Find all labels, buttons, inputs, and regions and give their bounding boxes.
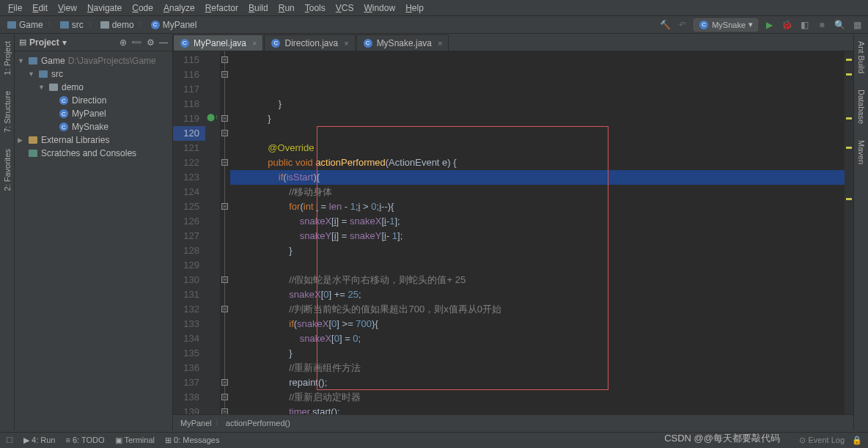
breadcrumb-footer[interactable]: MyPanel〉actionPerformed(): [173, 414, 853, 430]
menu-window[interactable]: Window: [358, 3, 400, 13]
menu-refactor[interactable]: Refactor: [200, 3, 243, 13]
tab-direction-java[interactable]: CDirection.java×: [264, 34, 355, 51]
crumb-demo[interactable]: demo: [98, 20, 136, 30]
crumb-game[interactable]: Game: [4, 20, 45, 30]
close-icon[interactable]: ×: [344, 39, 348, 48]
status-item[interactable]: ⊞ 0: Messages: [165, 436, 219, 445]
menu-navigate[interactable]: Navigate: [82, 3, 127, 13]
fold-gutter[interactable]: −−−−−−−−−−−: [220, 51, 230, 430]
menu-run[interactable]: Run: [273, 3, 300, 13]
back-icon[interactable]: ↶: [676, 18, 689, 32]
search-icon[interactable]: 🔍: [833, 18, 846, 32]
menu-view[interactable]: View: [53, 3, 82, 13]
menu-build[interactable]: Build: [243, 3, 273, 13]
tree-mypanel[interactable]: CMyPanel: [15, 107, 172, 120]
footer-crumb[interactable]: MyPanel: [180, 419, 212, 427]
status-right[interactable]: ⊙ Event Log 🔒: [799, 436, 862, 445]
left-tool-strip: 1: Project7: Structure2: Favorites: [0, 34, 15, 430]
debug-icon[interactable]: 🐞: [780, 18, 793, 32]
status-left: ☐ ▶ 4: Run≡ 6: TODO▣ Terminal⊞ 0: Messag…: [6, 436, 219, 445]
toolbar-right: 🔨 ↶ CMySnake ▾ ▶ 🐞 ◧ ■ 🔍 ▦: [658, 18, 864, 32]
sidebar-header: ▤ Project ▾ ⊕ ➖ ⚙ —: [15, 34, 172, 51]
sidebar-title: Project: [29, 37, 59, 48]
gear-icon[interactable]: ⚙: [147, 37, 155, 48]
tree-external-libraries[interactable]: ▶External Libraries: [15, 133, 172, 147]
code-area[interactable]: 1151161171181191201211221231241251261271…: [173, 51, 853, 430]
close-icon[interactable]: ×: [252, 39, 257, 48]
project-tree[interactable]: ▼Game D:\JavaProjects\Game▼src▼demoCDire…: [15, 51, 172, 163]
run-icon[interactable]: ▶: [762, 18, 776, 32]
nav-bar: Game〉src〉demo〉CMyPanel 🔨 ↶ CMySnake ▾ ▶ …: [0, 16, 868, 34]
menu-edit[interactable]: Edit: [27, 3, 53, 13]
tool-maven[interactable]: Maven: [857, 136, 866, 169]
icon-gutter: ⬤↑: [205, 51, 220, 430]
right-tool-strip: Ant BuildDatabaseMaven: [853, 34, 868, 430]
crumb-mypanel[interactable]: CMyPanel: [148, 20, 199, 30]
project-sidebar: ▤ Project ▾ ⊕ ➖ ⚙ — ▼Game D:\JavaProject…: [15, 34, 173, 430]
tool-database[interactable]: Database: [857, 85, 866, 128]
line-gutter: 1151161171181191201211221231241251261271…: [173, 51, 205, 430]
crumb-src[interactable]: src: [57, 20, 86, 30]
menu-analyze[interactable]: Analyze: [158, 3, 200, 13]
close-icon[interactable]: ×: [438, 39, 442, 48]
build-icon[interactable]: 🔨: [658, 18, 672, 32]
menu-code[interactable]: Code: [127, 3, 158, 13]
status-item[interactable]: ≡ 6: TODO: [65, 436, 104, 445]
footer-crumb[interactable]: actionPerformed(): [226, 419, 290, 427]
tab-mysnake-java[interactable]: CMySnake.java×: [356, 34, 449, 51]
menu-vcs[interactable]: VCS: [331, 3, 359, 13]
stop-icon[interactable]: ■: [815, 18, 828, 32]
code-text[interactable]: } } @Override public void actionPerforme…: [230, 51, 845, 430]
coverage-icon[interactable]: ◧: [798, 18, 811, 32]
menu-bar: FileEditViewNavigateCodeAnalyzeRefactorB…: [0, 0, 868, 16]
status-item[interactable]: ▶ 4: Run: [23, 436, 55, 445]
tree-scratches-and-consoles[interactable]: Scratches and Consoles: [15, 147, 172, 160]
watermark: CSDN @@每天都要敲代码: [664, 432, 780, 445]
menu-tools[interactable]: Tools: [300, 3, 331, 13]
tree-demo[interactable]: ▼demo: [15, 81, 172, 94]
tree-src[interactable]: ▼src: [15, 67, 172, 81]
tree-game[interactable]: ▼Game D:\JavaProjects\Game: [15, 54, 172, 67]
tool-favorites[interactable]: 2: Favorites: [3, 144, 12, 195]
tree-direction[interactable]: CDirection: [15, 94, 172, 107]
collapse-icon[interactable]: ⊕: [119, 37, 127, 48]
hide-icon[interactable]: —: [159, 37, 168, 48]
select-icon[interactable]: ➖: [131, 37, 142, 48]
tool-project[interactable]: 1: Project: [3, 37, 12, 79]
tab-mypanel-java[interactable]: CMyPanel.java×: [173, 34, 263, 51]
status-item[interactable]: ▣ Terminal: [115, 436, 155, 445]
lock-icon: 🔒: [852, 436, 862, 445]
menu-file[interactable]: File: [3, 3, 27, 13]
editor-tabs: CMyPanel.java×CDirection.java×CMySnake.j…: [173, 34, 853, 51]
error-stripe[interactable]: [845, 51, 853, 430]
breadcrumbs: Game〉src〉demo〉CMyPanel: [4, 20, 199, 30]
editor: CMyPanel.java×CDirection.java×CMySnake.j…: [173, 34, 853, 430]
settings-icon[interactable]: ▦: [850, 18, 864, 32]
run-config[interactable]: CMySnake ▾: [694, 18, 758, 32]
menu-help[interactable]: Help: [400, 3, 429, 13]
tool-antbuild[interactable]: Ant Build: [857, 37, 866, 78]
status-icon[interactable]: ☐: [6, 436, 13, 445]
tool-structure[interactable]: 7: Structure: [3, 87, 12, 137]
tree-mysnake[interactable]: CMySnake: [15, 120, 172, 133]
